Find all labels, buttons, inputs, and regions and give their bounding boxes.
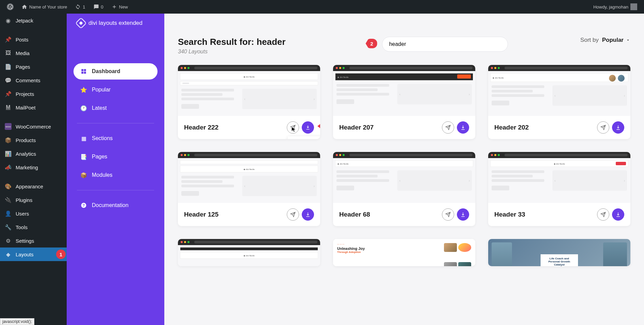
preview-button[interactable] <box>442 208 454 221</box>
send-icon <box>445 125 451 130</box>
layout-card: ◆ divi flexile ‹› Header 207 <box>333 65 475 139</box>
user-greeting: Howdy, jagmohan <box>593 4 628 10</box>
search-title-group: Search Result for: header 340 Layouts <box>178 37 285 55</box>
sliders-icon: ⚙ <box>5 237 12 244</box>
menu-users[interactable]: 👤Users <box>0 207 67 220</box>
divi-menu-documentation[interactable]: ? Documentation <box>73 197 158 213</box>
menu-pages[interactable]: 📄Pages <box>0 60 67 73</box>
layout-preview: — — — Unleashing Joy Through Adoption <box>333 239 475 266</box>
layout-title: Header 222 <box>184 124 218 131</box>
menu-analytics[interactable]: 📊Analytics <box>0 147 67 160</box>
download-button[interactable] <box>457 121 469 134</box>
search-input-wrapper: 2 <box>382 37 508 52</box>
svg-rect-2 <box>84 69 86 71</box>
menu-mailpoet[interactable]: MMailPoet <box>0 101 67 114</box>
site-name-link[interactable]: Name of Your store <box>19 0 70 14</box>
site-name: Name of Your store <box>29 4 67 10</box>
pages-icon: 📑 <box>80 153 87 160</box>
layout-preview: ◆ divi flexile ‹› <box>333 65 475 116</box>
layout-card: ◆ divi flexile ‹› Header 68 <box>333 152 475 226</box>
download-icon <box>615 125 621 130</box>
menu-jetpack[interactable]: ◉Jetpack <box>0 14 67 27</box>
preview-button[interactable] <box>287 208 299 221</box>
download-button[interactable] <box>302 208 314 221</box>
clock-icon: 🕐 <box>80 105 87 112</box>
save-to-library-tooltip: Save to Library <box>288 136 320 139</box>
layout-card: ◆ divi flexile ‹› Header 125 <box>178 152 320 226</box>
download-icon <box>460 125 466 130</box>
layout-title: Header 202 <box>494 124 529 131</box>
menu-products[interactable]: 📦Products <box>0 133 67 147</box>
layout-card: — — — Unleashing Joy Through Adoption <box>333 239 475 266</box>
preview-button[interactable] <box>287 121 299 134</box>
preview-heading: Unleashing Joy <box>337 246 441 251</box>
menu-plugins[interactable]: 🔌Plugins <box>0 193 67 207</box>
preview-heading: Life Coach and Personal Growth Catalyst <box>541 254 578 267</box>
divi-menu-dashboard[interactable]: Dashboard <box>73 63 158 80</box>
user-greeting-link[interactable]: Howdy, jagmohan <box>591 0 640 14</box>
divi-brand: divi layouts extended <box>73 19 158 37</box>
layout-title: Header 125 <box>184 211 218 218</box>
menu-tools[interactable]: 🔧Tools <box>0 220 67 234</box>
download-button[interactable] <box>302 121 314 134</box>
layout-card: Life Coach and Personal Growth Catalyst <box>488 239 630 266</box>
svg-rect-4 <box>84 72 86 74</box>
divi-menu-latest[interactable]: 🕐 Latest <box>73 100 158 116</box>
layouts-grid: ◆ divi flexile ‹› Header 222 <box>178 65 630 266</box>
search-header: Search Result for: header 340 Layouts 2 … <box>178 37 630 55</box>
admin-bar-left: Name of Your store 1 0 New <box>4 0 131 14</box>
comment-count: 0 <box>101 4 103 10</box>
menu-woocommerce[interactable]: wooWooCommerce <box>0 120 67 133</box>
wrench-icon: 🔧 <box>5 224 12 230</box>
new-content-link[interactable]: New <box>109 0 131 14</box>
callout-2-wrapper: 2 <box>366 39 377 48</box>
wp-admin-bar: Name of Your store 1 0 New Howdy, jagmoh… <box>0 0 644 14</box>
send-icon <box>600 212 606 217</box>
divi-menu-pages[interactable]: 📑 Pages <box>73 149 158 165</box>
preview-button[interactable] <box>442 121 454 134</box>
send-icon <box>600 125 606 130</box>
jetpack-icon: ◉ <box>5 17 12 24</box>
layout-preview: Life Coach and Personal Growth Catalyst <box>488 239 630 266</box>
layout-preview: ◆ divi flexile ‹› <box>488 65 630 116</box>
wordpress-logo-icon <box>7 3 14 10</box>
divider <box>77 123 154 123</box>
callout-3-wrapper: 3 <box>317 121 320 131</box>
menu-settings[interactable]: ⚙Settings <box>0 234 67 247</box>
menu-projects[interactable]: 📌Projects <box>0 87 67 101</box>
sort-dropdown[interactable]: Popular <box>602 37 630 44</box>
avatar-icon <box>630 3 637 10</box>
layout-card: ◆ divi flexile <box>178 239 320 266</box>
comments-link[interactable]: 0 <box>91 0 106 14</box>
search-input[interactable] <box>382 37 508 52</box>
wp-logo-menu[interactable] <box>4 0 16 14</box>
sections-icon: ▦ <box>80 135 87 142</box>
menu-posts[interactable]: 📌Posts <box>0 33 67 46</box>
preview-button[interactable] <box>597 121 609 134</box>
menu-appearance[interactable]: 🎨Appearance <box>0 179 67 193</box>
download-button[interactable] <box>612 121 624 134</box>
download-icon <box>305 212 311 217</box>
home-icon <box>22 4 27 10</box>
send-icon <box>445 212 451 217</box>
divider <box>77 190 154 190</box>
download-button[interactable] <box>457 208 469 221</box>
menu-marketing[interactable]: 📣Marketing <box>0 160 67 174</box>
menu-divi-layouts[interactable]: ◆ Layouts 1 <box>0 247 67 261</box>
divi-menu-popular[interactable]: ⭐ Popular <box>73 82 158 98</box>
layout-preview: ◆ divi flexile ‹› <box>178 152 320 203</box>
menu-comments[interactable]: 💬Comments <box>0 73 67 87</box>
divi-menu-modules[interactable]: 📦 Modules <box>73 167 158 183</box>
download-button[interactable] <box>612 208 624 221</box>
update-count: 1 <box>83 4 85 10</box>
preview-button[interactable] <box>597 208 609 221</box>
main-content: Search Result for: header 340 Layouts 2 … <box>164 27 644 325</box>
new-label: New <box>119 4 128 10</box>
admin-bar-right: Howdy, jagmohan <box>591 0 640 14</box>
layout-preview: ◆ divi flexile ‹› <box>488 152 630 203</box>
layout-card: ◆ divi flexile ‹› Header 202 <box>488 65 630 139</box>
dashboard-icon <box>80 68 87 75</box>
divi-menu-sections[interactable]: ▦ Sections <box>73 130 158 147</box>
menu-media[interactable]: 🖼Media <box>0 46 67 60</box>
updates-link[interactable]: 1 <box>72 0 88 14</box>
